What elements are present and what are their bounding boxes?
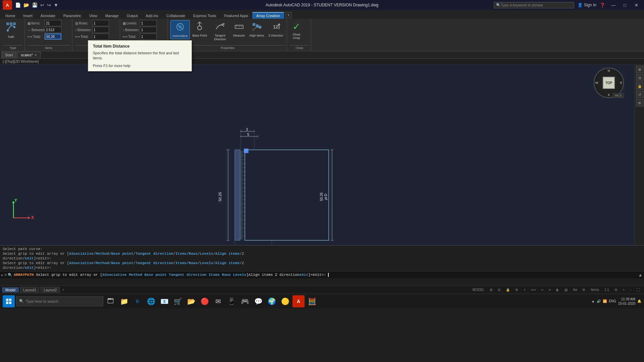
rt-btn-3[interactable]: 🔒 [636,82,643,90]
folder-icon[interactable]: 📂 [185,295,197,307]
ms-store-icon[interactable]: 🛒 [172,295,184,307]
game-icon[interactable]: 🎮 [239,295,251,307]
whatsapp-icon[interactable]: 💬 [252,295,264,307]
associative-button[interactable]: Associative [170,20,190,39]
tab-home[interactable]: Home [1,13,19,19]
options-menu[interactable]: ▼ [285,12,291,18]
close-button[interactable]: ✕ [631,2,641,8]
chrome-icon[interactable]: 🌍 [266,295,278,307]
nav-compass[interactable]: N S E W TOP WCS [594,68,624,98]
tab-start[interactable]: Start [1,52,16,58]
rt-btn-2[interactable]: ⊟ [636,74,643,81]
network-icon[interactable]: 📶 [603,299,607,303]
layout1-tab[interactable]: Layout1 [20,287,39,293]
cmd-arrow-icon[interactable]: ▸ [1,273,3,277]
tab-view[interactable]: View [85,13,101,19]
zoom-in-button[interactable]: + [621,287,627,292]
task-view-button[interactable]: 🗔 [105,295,117,307]
tab-array-creation[interactable]: Array Creation [252,12,284,19]
osnap-button[interactable]: ⟺ [529,287,538,292]
tab-scales[interactable]: scales* ✕ [17,52,40,58]
scale-display[interactable]: 1:1 [602,287,611,292]
base-point-button[interactable]: Base Point [191,20,209,39]
mode-button[interactable]: MODEL [471,287,487,292]
lineweight-button[interactable]: ≡ [547,287,553,292]
canvas-area[interactable]: 3 5 50.26 pt·D 50.26 18 N S E W [0,64,644,245]
tab-manage[interactable]: Manage [101,13,123,19]
items-input[interactable] [45,20,61,26]
measure-button[interactable]: Measure [231,20,247,39]
lock-button[interactable]: 🔒 [504,287,512,292]
dropdown-icon[interactable]: ▼ [53,2,59,8]
fullscreen-button[interactable]: ⛶ [635,287,642,292]
ortho-button[interactable]: ⚙ [513,287,520,292]
phone-icon[interactable]: 📱 [225,295,237,307]
rt-btn-1[interactable]: ⊞ [636,66,643,73]
polar-button[interactable]: + [522,287,528,292]
selection-button[interactable]: ▧ [562,287,570,292]
z-direction-button[interactable]: 12 Z Direction [267,20,285,39]
cmd-search-icon[interactable]: 🔍 [8,273,12,277]
tab-collaborate[interactable]: Collaborate [162,13,189,19]
tab-parametric[interactable]: Parametric [59,13,85,19]
notifications-icon[interactable]: 🔔 [637,299,641,303]
tab-output[interactable]: Output [123,13,142,19]
tab-insert[interactable]: Insert [19,13,37,19]
view-top-button[interactable]: TOP [603,77,615,89]
browser-icon[interactable]: 🌐 [145,295,157,307]
file-explorer-icon[interactable]: 📁 [118,295,130,307]
cmd-x-icon[interactable]: ✕ [4,273,7,277]
rt-btn-4[interactable]: ↺ [636,91,643,98]
rt-btn-5[interactable]: ⚙ [636,99,643,107]
mail-store-icon[interactable]: 📧 [158,295,170,307]
tangent-direction-button[interactable]: Tangent Direction [210,20,230,42]
undo-icon[interactable]: ↩ [39,2,45,8]
align-items-button[interactable]: Align Items [248,20,266,39]
yellow-circle-icon[interactable]: 🟡 [279,295,291,307]
snap-button[interactable]: ⊟ [496,287,502,292]
tab-express[interactable]: Express Tools [189,13,220,19]
sound-icon[interactable]: 🔊 [597,299,601,303]
redo-icon[interactable]: ↪ [46,2,52,8]
tray-up-icon[interactable]: ▲ [591,299,595,303]
app-red-icon[interactable]: 🔴 [199,295,211,307]
annotation-button[interactable]: Aa [571,287,579,292]
tab-close-icon[interactable]: ✕ [34,53,37,57]
levels-between-input[interactable] [140,27,157,33]
close-array-button[interactable]: ✓ CloseArray [290,20,303,41]
tab-featured[interactable]: Featured Apps [220,13,252,19]
settings-button[interactable]: ⚙ [612,287,620,292]
items-total-input[interactable] [45,34,61,40]
otrack-button[interactable]: ∞ [539,287,545,292]
start-button[interactable] [3,295,15,307]
mail-icon[interactable]: ✉ [212,295,224,307]
save-icon[interactable]: 💾 [31,2,39,8]
rows-input[interactable] [92,20,109,26]
expand-button[interactable]: ▲ [638,272,643,278]
transparency-button[interactable]: ◐ [554,287,561,292]
grid-button[interactable]: ⊞ [488,287,494,292]
items-between-input[interactable] [45,27,61,33]
zoom-out-button[interactable]: - [628,287,633,292]
model-tab[interactable]: Model [2,287,19,293]
calculator-icon[interactable]: 🧮 [306,295,318,307]
new-icon[interactable]: 📄 [14,2,22,8]
levels-input[interactable] [140,20,157,26]
sign-in-label[interactable]: Sign In [584,3,596,7]
tab-annotate[interactable]: Annotate [37,13,59,19]
open-icon[interactable]: 📂 [22,2,30,8]
tab-addins[interactable]: Add-ins [142,13,162,19]
rows-total-input[interactable] [92,34,109,40]
add-layout-button[interactable]: + [61,287,66,292]
path-button[interactable]: Path [3,20,19,40]
layout2-tab[interactable]: Layout2 [41,287,60,293]
rows-between-input[interactable] [92,27,109,33]
levels-total-input[interactable] [140,34,157,40]
maximize-button[interactable]: □ [620,2,630,8]
edge-icon[interactable]: e [131,295,144,307]
help-icon[interactable]: ❓ [600,3,605,8]
taskbar-search[interactable]: 🔍 Type here to search [16,296,103,306]
autocad-taskbar-icon[interactable]: A [292,295,305,307]
search-box[interactable]: 🔍 Type a keyword or phrase [494,2,574,8]
workspace-button[interactable]: ⚙ [580,287,587,292]
